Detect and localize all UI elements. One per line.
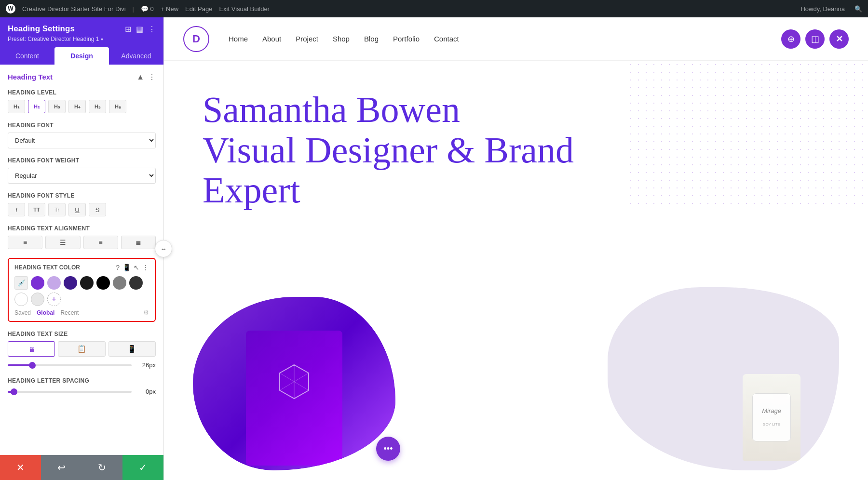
heading-text-size-label: Heading Text Size xyxy=(8,331,156,337)
cancel-button[interactable]: ✕ xyxy=(0,455,41,480)
color-tab-global[interactable]: Global xyxy=(37,309,54,316)
section-collapse-icon[interactable]: ▲ xyxy=(136,73,144,81)
color-responsive-icon[interactable]: 📱 xyxy=(122,264,131,271)
color-swatch-empty1[interactable] xyxy=(14,293,28,306)
grid-icon[interactable]: ⊞ xyxy=(125,25,131,34)
size-slider-row: 26px xyxy=(8,361,156,369)
add-color-button[interactable]: + xyxy=(47,293,61,306)
letter-spacing-slider-row: 0px xyxy=(8,388,156,395)
nav-link-home[interactable]: Home xyxy=(229,35,248,43)
color-more-icon[interactable]: ⋮ xyxy=(142,264,149,271)
size-slider-thumb[interactable] xyxy=(29,362,36,369)
mobile-device-button[interactable]: 📱 xyxy=(108,341,156,357)
twitter-x-icon[interactable]: ✕ xyxy=(829,29,849,49)
panel-footer: ✕ ↩ ↻ ✓ xyxy=(0,455,163,480)
letter-spacing-thumb[interactable] xyxy=(11,388,17,395)
letter-spacing-track[interactable] xyxy=(8,391,132,393)
align-center-button[interactable]: ☰ xyxy=(45,236,80,249)
heading-letter-spacing-label: Heading Letter Spacing xyxy=(8,377,156,384)
candle-jar: Mirage — — — SOY LITE xyxy=(752,393,791,441)
preset-chevron-icon: ▾ xyxy=(101,37,103,42)
heading-font-weight-select[interactable]: Regular xyxy=(8,168,156,184)
nav-link-blog[interactable]: Blog xyxy=(364,35,379,43)
admin-search-icon[interactable]: 🔍 xyxy=(854,5,862,13)
align-justify-button[interactable]: ≣ xyxy=(121,236,156,249)
color-swatch-charcoal[interactable] xyxy=(129,276,143,290)
uppercase-button[interactable]: TT xyxy=(28,203,45,216)
nav-link-shop[interactable]: Shop xyxy=(333,35,350,43)
h6-button[interactable]: H₆ xyxy=(109,100,126,113)
underline-button[interactable]: U xyxy=(68,203,86,216)
h3-button[interactable]: H₃ xyxy=(48,100,66,113)
tablet-device-button[interactable]: 📋 xyxy=(58,341,105,357)
h2-button[interactable]: H₂ xyxy=(28,100,45,113)
size-slider-value: 26px xyxy=(136,361,156,369)
more-options-icon[interactable]: ⋮ xyxy=(148,25,156,34)
align-right-button[interactable]: ≡ xyxy=(83,236,118,249)
device-buttons: 🖥 📋 📱 xyxy=(8,341,156,357)
size-slider-track[interactable] xyxy=(8,364,132,366)
color-swatch-purple[interactable] xyxy=(31,276,44,290)
color-tabs: Saved Global Recent ⚙ xyxy=(14,309,149,316)
color-help-icon[interactable]: ? xyxy=(116,264,120,271)
align-left-button[interactable]: ≡ xyxy=(8,236,42,249)
h4-button[interactable]: H₄ xyxy=(68,100,86,113)
tab-content[interactable]: Content xyxy=(0,47,54,65)
nav-link-contact[interactable]: Contact xyxy=(434,35,459,43)
section-more-icon[interactable]: ⋮ xyxy=(148,72,156,81)
color-swatch-empty2[interactable] xyxy=(31,293,44,306)
heading-level-field: Heading Level H₁ H₂ H₃ H₄ H₅ H₆ xyxy=(8,89,156,113)
heading-font-label: Heading Font xyxy=(8,122,156,129)
italic-button[interactable]: I xyxy=(8,203,25,216)
tab-advanced[interactable]: Advanced xyxy=(109,47,163,65)
nav-link-about[interactable]: About xyxy=(262,35,281,43)
capitalize-button[interactable]: Tr xyxy=(48,203,66,216)
nav-links: Home About Project Shop Blog Portfolio C… xyxy=(229,35,781,43)
desktop-device-button[interactable]: 🖥 xyxy=(8,341,55,357)
undo-button[interactable]: ↩ xyxy=(41,455,82,480)
heading-font-style-label: Heading Font Style xyxy=(8,192,156,199)
eyedropper-button[interactable]: 💉 xyxy=(14,276,28,290)
tab-design[interactable]: Design xyxy=(54,47,109,65)
strikethrough-button[interactable]: S xyxy=(89,203,106,216)
color-swatches-row2: + xyxy=(14,293,149,306)
edit-page-link[interactable]: Edit Page xyxy=(185,5,212,13)
h1-button[interactable]: H₁ xyxy=(8,100,25,113)
floating-more-button[interactable]: ••• xyxy=(376,437,400,461)
panel-title: Heading Settings xyxy=(8,24,75,34)
h5-button[interactable]: H₅ xyxy=(89,100,106,113)
wp-logo-icon[interactable]: W xyxy=(6,4,15,13)
heading-text-color-section: Heading Text Color ? 📱 ↖ ⋮ 💉 xyxy=(8,258,156,322)
nav-link-portfolio[interactable]: Portfolio xyxy=(393,35,420,43)
nav-link-project[interactable]: Project xyxy=(296,35,318,43)
color-swatch-dark-purple[interactable] xyxy=(64,276,77,290)
color-tab-recent[interactable]: Recent xyxy=(60,309,79,316)
gem-icon xyxy=(275,362,313,401)
color-swatch-half-black[interactable] xyxy=(113,276,126,290)
dribbble-icon[interactable]: ⊕ xyxy=(781,29,800,49)
font-style-buttons: I TT Tr U S xyxy=(8,203,156,216)
redo-button[interactable]: ↻ xyxy=(82,455,123,480)
light-blob-shape: Mirage — — — SOY LITE xyxy=(608,287,839,470)
dotted-background xyxy=(627,61,868,205)
new-button[interactable]: + New xyxy=(161,5,178,13)
exit-visual-builder-link[interactable]: Exit Visual Builder xyxy=(219,5,270,13)
color-swatch-black[interactable] xyxy=(80,276,94,290)
heading-letter-spacing-field: Heading Letter Spacing 0px xyxy=(8,377,156,395)
instagram-icon[interactable]: ◫ xyxy=(805,29,825,49)
heading-font-select[interactable]: Default xyxy=(8,133,156,148)
hero-heading: Samantha Bowen Visual Designer & Brand E… xyxy=(203,90,588,211)
color-settings-icon[interactable]: ⚙ xyxy=(143,309,149,316)
color-pointer-icon[interactable]: ↖ xyxy=(134,264,139,271)
comment-icon[interactable]: 💬 0 xyxy=(141,5,154,13)
preset-selector[interactable]: Preset: Creative Director Heading 1 ▾ xyxy=(8,36,156,42)
color-swatch-light-purple[interactable] xyxy=(47,276,61,290)
save-button[interactable]: ✓ xyxy=(122,455,163,480)
color-tab-saved[interactable]: Saved xyxy=(14,309,31,316)
social-icons: ⊕ ◫ ✕ xyxy=(781,29,849,49)
columns-icon[interactable]: ▦ xyxy=(136,25,143,34)
eyedropper-icon: 💉 xyxy=(17,279,26,287)
color-swatch-dark-black[interactable] xyxy=(96,276,110,290)
panel-collapse-arrow[interactable]: ↔ xyxy=(155,240,172,257)
heading-font-style-field: Heading Font Style I TT Tr U S xyxy=(8,192,156,216)
